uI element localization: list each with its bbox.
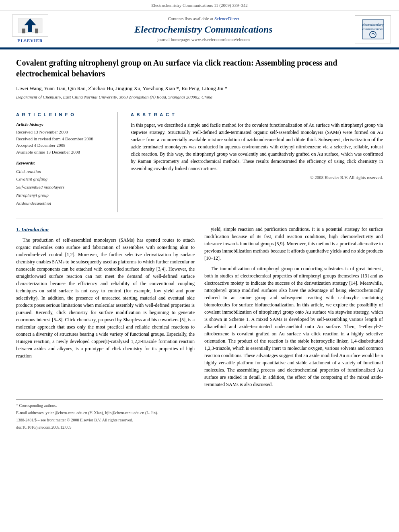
keywords-label: Keywords: — [16, 160, 105, 166]
svg-rect-3 — [22, 29, 25, 33]
elsevier-logo-box — [12, 14, 48, 37]
journal-homepage: journal homepage: www.elsevier.com/locat… — [60, 37, 347, 43]
affiliation: Department of Chemistry, East China Norm… — [16, 94, 383, 100]
journal-header: ELSEVIER Contents lists available at Sci… — [0, 10, 399, 48]
abstract-text: In this paper, we described a simple and… — [131, 121, 383, 172]
svg-rect-1 — [28, 25, 32, 32]
received-date: Received 13 November 2008 — [16, 129, 105, 136]
sciencedirect-line: Contents lists available at ScienceDirec… — [60, 16, 347, 22]
section1-heading: 1. Introduction — [16, 226, 195, 234]
svg-text:communications: communications — [362, 27, 383, 31]
sciencedirect-prefix: Contents lists available at — [168, 16, 214, 21]
keywords-list: Click reaction Covalent grafting Self-as… — [16, 168, 105, 207]
elsevier-label: ELSEVIER — [17, 38, 43, 44]
journal-reference-bar: Electrochemistry Communications 11 (2009… — [0, 0, 399, 10]
elsevier-logo-svg — [16, 16, 44, 35]
info-divider — [117, 112, 118, 212]
main-content: Covalent grafting nitrophenyl group on A… — [0, 49, 399, 440]
email-note: E-mail addresses: yxian@chem.ecnu.edu.cn… — [16, 410, 383, 416]
authors-line: Liwei Wang, Yuan Tian, Qin Ran, Zhichao … — [16, 85, 383, 92]
article-info-section: A R T I C L E I N F O Article history: R… — [16, 106, 383, 218]
journal-title: Electrochemistry Communications — [60, 24, 347, 35]
col2-paragraph-1: yield, simple reaction and purification … — [204, 226, 383, 262]
col1-paragraph-1: The production of self-assembled monolay… — [16, 236, 195, 359]
page-footer: * Corresponding authors. E-mail addresse… — [16, 399, 383, 430]
abstract-label: A B S T R A C T — [131, 112, 383, 118]
ec-logo-svg: electrochemistry communications — [362, 19, 384, 39]
keywords-group: Keywords: Click reaction Covalent grafti… — [16, 160, 105, 207]
keyword-5: Azidoundecanethiol — [16, 199, 105, 207]
issn-line: 1388-2481/$ – see front matter © 2008 El… — [16, 417, 383, 423]
keyword-4: Nitrophenyl group — [16, 191, 105, 199]
body-column-2: yield, simple reaction and purification … — [204, 226, 383, 391]
available-date: Available online 13 December 2008 — [16, 149, 105, 156]
col2-paragraph-2: The immobilization of nitrophenyl group … — [204, 265, 383, 388]
abstract-copyright: © 2008 Elsevier B.V. All rights reserved… — [131, 175, 383, 181]
elsevier-logo: ELSEVIER — [8, 14, 52, 44]
keyword-2: Covalent grafting — [16, 175, 105, 183]
accepted-date: Accepted 4 December 2008 — [16, 142, 105, 149]
body-columns: 1. Introduction The production of self-a… — [16, 226, 383, 391]
svg-rect-4 — [35, 29, 38, 33]
history-label: Article history: — [16, 121, 105, 127]
corresponding-note: * Corresponding authors. — [16, 403, 383, 409]
doi-line: doi:10.1016/j.elecom.2008.12.009 — [16, 425, 383, 430]
sciencedirect-link-text[interactable]: ScienceDirect — [214, 16, 239, 21]
journal-ref-text: Electrochemistry Communications 11 (2009… — [151, 3, 248, 8]
paper-title: Covalent grafting nitrophenyl group on A… — [16, 58, 383, 79]
body-column-1: 1. Introduction The production of self-a… — [16, 226, 195, 391]
svg-text:electrochemistry: electrochemistry — [362, 23, 383, 27]
article-info-left: A R T I C L E I N F O Article history: R… — [16, 112, 105, 212]
revised-date: Received in revised form 4 December 2008 — [16, 136, 105, 142]
journal-logo-right: electrochemistry communications — [355, 15, 391, 43]
article-info-label: A R T I C L E I N F O — [16, 112, 105, 118]
journal-center: Contents lists available at ScienceDirec… — [52, 16, 355, 43]
article-history-group: Article history: Received 13 November 20… — [16, 121, 105, 155]
keyword-1: Click reaction — [16, 168, 105, 176]
keyword-3: Self-assembled monolayers — [16, 183, 105, 191]
abstract-section: A B S T R A C T In this paper, we descri… — [131, 112, 383, 212]
